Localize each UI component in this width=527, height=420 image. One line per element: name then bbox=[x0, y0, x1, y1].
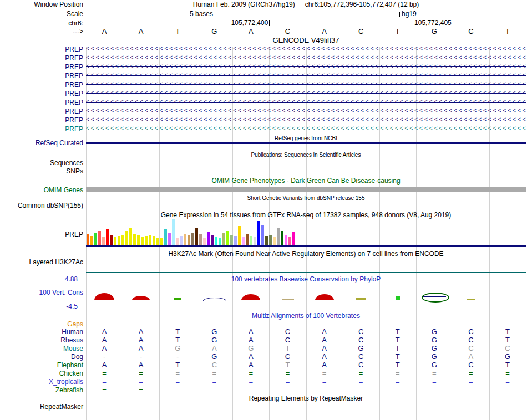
gencode-gene-label[interactable]: PREP bbox=[0, 63, 83, 71]
multiz-base-letter: = bbox=[269, 370, 306, 377]
multiz-base-letter: - bbox=[123, 353, 159, 361]
multiz-base-letter: T bbox=[379, 336, 416, 344]
multiz-base-letter: A bbox=[232, 353, 269, 361]
multiz-base-letter: A bbox=[232, 361, 269, 369]
gencode-gene-row[interactable]: <<<<<<<<<<<<<<<<<<<<<<<<<<<<<<<<<<<<<<<<… bbox=[86, 107, 526, 115]
snps-label[interactable]: SNPs bbox=[0, 167, 83, 175]
gencode-gene-label[interactable]: PREP bbox=[0, 99, 83, 106]
gencode-gene-row[interactable]: <<<<<<<<<<<<<<<<<<<<<<<<<<<<<<<<<<<<<<<<… bbox=[86, 89, 526, 97]
ref-base-letter: A bbox=[123, 28, 159, 35]
multiz-species-label[interactable]: Chicken bbox=[0, 370, 83, 377]
omim-genes-label[interactable]: OMIM Genes bbox=[0, 186, 83, 194]
gaps-label[interactable]: Gaps bbox=[0, 320, 83, 328]
gencode-gene-label[interactable]: PREP bbox=[0, 125, 83, 133]
refseq-curated-line[interactable] bbox=[86, 142, 526, 144]
multiz-base-letter: = bbox=[86, 370, 123, 377]
gencode-gene-label[interactable]: PREP bbox=[0, 45, 83, 53]
gtex-bar bbox=[137, 235, 140, 245]
refseq-curated-label[interactable]: RefSeq Curated bbox=[0, 139, 83, 147]
repeatmasker-label[interactable]: RepeatMasker bbox=[0, 403, 83, 411]
multiz-species-label[interactable]: Elephant bbox=[0, 361, 83, 369]
gtex-bar bbox=[125, 231, 128, 245]
gencode-gene-row[interactable]: <<<<<<<<<<<<<<<<<<<<<<<<<<<<<<<<<<<<<<<<… bbox=[86, 125, 526, 132]
gencode-gene-label[interactable]: PREP bbox=[0, 116, 83, 124]
h3k27ac-label[interactable]: Layered H3K27Ac bbox=[0, 258, 83, 266]
gencode-gene-label[interactable]: PREP bbox=[0, 54, 83, 62]
sequences-line[interactable] bbox=[86, 163, 526, 163]
omim-title[interactable]: OMIM Gene Phenotypes - Dark Green Can Be… bbox=[86, 177, 526, 185]
gencode-gene-row[interactable]: <<<<<<<<<<<<<<<<<<<<<<<<<<<<<<<<<<<<<<<<… bbox=[86, 71, 526, 79]
gencode-gene-label[interactable]: PREP bbox=[0, 107, 83, 115]
gencode-gene-label[interactable]: PREP bbox=[0, 81, 83, 89]
ref-base-letter: C bbox=[343, 28, 379, 35]
multiz-base-letter: G bbox=[232, 345, 269, 352]
repeatmasker-title[interactable]: Repeating Elements by RepeatMasker bbox=[86, 395, 526, 402]
multiz-base-letter: G bbox=[416, 361, 453, 369]
gencode-gene-row[interactable]: <<<<<<<<<<<<<<<<<<<<<<<<<<<<<<<<<<<<<<<<… bbox=[86, 116, 526, 124]
gtex-bar bbox=[110, 235, 113, 245]
multiz-species-label[interactable]: Human bbox=[0, 328, 83, 336]
publications-title[interactable]: Publications: Sequences in Scientific Ar… bbox=[86, 151, 526, 159]
phylop-track-label[interactable]: 100 Vert. Cons bbox=[0, 289, 83, 296]
gtex-bar bbox=[149, 235, 151, 245]
gtex-bar bbox=[238, 226, 241, 245]
ref-base-letter: A bbox=[306, 28, 343, 35]
multiz-base-letter: = bbox=[343, 370, 379, 377]
multiz-base-letter: = bbox=[416, 370, 453, 377]
gencode-gene-label[interactable]: PREP bbox=[0, 72, 83, 80]
multiz-base-letter: T bbox=[269, 361, 306, 369]
gtex-gene-label[interactable]: PREP bbox=[0, 231, 83, 238]
gencode-gene-row[interactable]: <<<<<<<<<<<<<<<<<<<<<<<<<<<<<<<<<<<<<<<<… bbox=[86, 45, 526, 53]
gencode-gene-row[interactable]: <<<<<<<<<<<<<<<<<<<<<<<<<<<<<<<<<<<<<<<<… bbox=[86, 80, 526, 88]
sequences-label[interactable]: Sequences bbox=[0, 159, 83, 167]
multiz-base-letter: = bbox=[306, 370, 343, 377]
refseq-title[interactable]: RefSeq genes from NCBI bbox=[86, 135, 526, 142]
multiz-base-letter: T bbox=[489, 336, 526, 344]
gtex-bar bbox=[277, 228, 280, 245]
multiz-base-letter: = bbox=[232, 370, 269, 377]
multiz-base-letter: A bbox=[86, 328, 123, 336]
multiz-base-letter: C bbox=[269, 328, 306, 336]
multiz-base-letter: A bbox=[232, 328, 269, 336]
multiz-base-letter: A bbox=[86, 361, 123, 369]
gtex-bar bbox=[191, 233, 194, 245]
gtex-title[interactable]: Gene Expression in 54 tissues from GTEx … bbox=[86, 211, 526, 219]
dbsnp-label[interactable]: Common dbSNP(155) bbox=[0, 202, 83, 209]
multiz-base-letter: A bbox=[86, 345, 123, 352]
h3k27ac-title[interactable]: H3K27Ac Mark (Often Found Near Active Re… bbox=[86, 250, 526, 258]
multiz-species-label[interactable]: Dog bbox=[0, 353, 83, 361]
multiz-base-letter: C bbox=[489, 345, 526, 352]
ref-base-letter: T bbox=[379, 28, 416, 35]
multiz-species-label[interactable]: Zebrafish bbox=[0, 386, 83, 394]
multiz-base-letter: C bbox=[343, 328, 379, 336]
gencode-gene-label[interactable]: PREP bbox=[0, 90, 83, 98]
gtex-bar bbox=[106, 229, 109, 245]
gtex-bar bbox=[211, 235, 214, 245]
multiz-species-label[interactable]: Rhesus bbox=[0, 336, 83, 344]
gencode-title[interactable]: GENCODE V49lift37 bbox=[86, 37, 526, 44]
multiz-base-letter: = bbox=[196, 378, 232, 386]
gencode-gene-row[interactable]: <<<<<<<<<<<<<<<<<<<<<<<<<<<<<<<<<<<<<<<<… bbox=[86, 54, 526, 62]
gtex-bar bbox=[164, 229, 167, 245]
multiz-base-letter: = bbox=[416, 378, 453, 386]
coord-tick-label: 105,772,400 bbox=[201, 19, 268, 27]
window-position-value: Human Feb. 2009 (GRCh37/hg19)chr6:105,77… bbox=[86, 1, 526, 8]
multiz-base-letter: = bbox=[306, 378, 343, 386]
multiz-title[interactable]: Multiz Alignments of 100 Vertebrates bbox=[86, 312, 526, 320]
multiz-species-label[interactable]: Mouse bbox=[0, 345, 83, 352]
multiz-base-letter: T bbox=[159, 328, 196, 336]
gtex-bar bbox=[114, 237, 116, 245]
scale-value: 5 bases bbox=[141, 10, 213, 18]
gtex-bar bbox=[242, 237, 245, 245]
ref-base-letter: C bbox=[453, 28, 489, 35]
multiz-species-label[interactable]: X_tropicalis bbox=[0, 378, 83, 386]
phylop-title[interactable]: 100 vertebrates Basewise Conservation by… bbox=[86, 275, 526, 283]
strand-arrow-label: ---> bbox=[0, 28, 83, 35]
dbsnp-title[interactable]: Short Genetic Variants from dbSNP releas… bbox=[86, 194, 526, 202]
gene-intron-line bbox=[86, 120, 526, 120]
gene-intron-line bbox=[86, 75, 526, 76]
gencode-gene-row[interactable]: <<<<<<<<<<<<<<<<<<<<<<<<<<<<<<<<<<<<<<<<… bbox=[86, 98, 526, 106]
gencode-gene-row[interactable]: <<<<<<<<<<<<<<<<<<<<<<<<<<<<<<<<<<<<<<<<… bbox=[86, 63, 526, 70]
omim-genes-bar[interactable] bbox=[86, 187, 526, 192]
multiz-base-letter: = bbox=[196, 370, 232, 377]
